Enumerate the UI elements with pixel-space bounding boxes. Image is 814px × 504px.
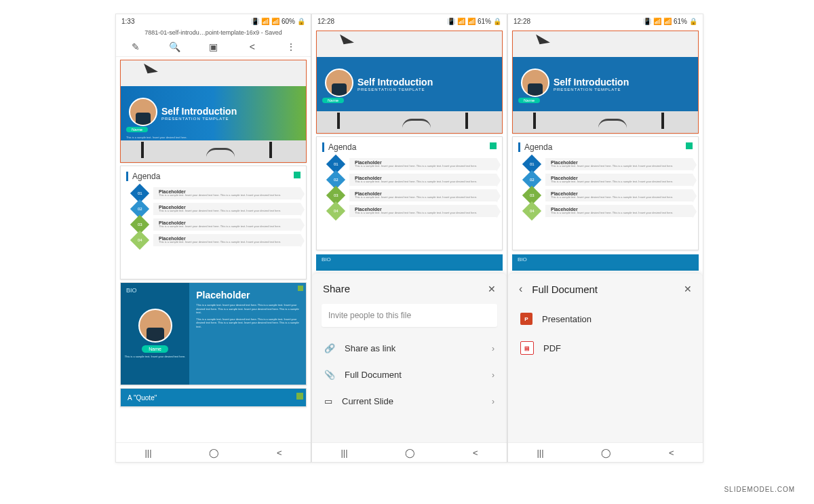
slide-list[interactable]: Self Introduction PRESENTATION TEMPLATE … — [116, 57, 311, 440]
edit-icon[interactable]: ✎ — [130, 41, 142, 53]
powerpoint-icon: P — [520, 313, 532, 325]
search-icon[interactable]: 🔍 — [168, 41, 180, 53]
current-slide[interactable]: ▭ Current Slide › — [312, 388, 507, 414]
export-presentation[interactable]: P Presentation — [508, 305, 703, 333]
close-icon[interactable]: ✕ — [488, 284, 496, 294]
slide-icon: ▭ — [324, 396, 332, 406]
slide-title[interactable]: Self Introduction PRESENTATION TEMPLATE … — [512, 31, 699, 134]
slide-bio[interactable]: BIO Name This is a sample text. Insert y… — [120, 282, 307, 385]
slide-title-text: Self Introduction — [161, 106, 237, 117]
document-title: 7881-01-self-introdu…point-template-16x9… — [116, 28, 311, 37]
slide-bio-partial[interactable]: BIO — [512, 254, 699, 271]
slide-subtitle: PRESENTATION TEMPLATE — [161, 117, 237, 121]
nav-recent-icon[interactable]: ||| — [144, 448, 151, 458]
toolbar: ✎ 🔍 ▣ < ⋮ — [116, 37, 311, 57]
pdf-icon: ▤ — [520, 341, 534, 355]
slide-agenda[interactable]: Agenda 01PlaceholderThis is a sample tex… — [316, 136, 503, 250]
chevron-right-icon: › — [492, 397, 495, 406]
invite-input[interactable]: Invite people to this file — [322, 304, 497, 327]
status-bar: 12:28 📳 📶 📶 61%🔒 — [508, 14, 703, 28]
chevron-right-icon: › — [492, 344, 495, 353]
link-icon: 🔗 — [324, 343, 335, 353]
nav-back-icon[interactable]: < — [473, 448, 478, 458]
attachment-icon: 📎 — [324, 370, 335, 380]
bio-avatar — [138, 309, 172, 343]
present-icon[interactable]: ▣ — [207, 41, 219, 53]
nav-back-icon[interactable]: < — [277, 448, 282, 458]
status-icons: 📳 📶 📶 61%🔒 — [643, 18, 697, 25]
bio-heading: BIO — [126, 287, 137, 294]
close-icon[interactable]: ✕ — [684, 284, 692, 294]
more-icon[interactable]: ⋮ — [285, 41, 297, 53]
android-navbar: ||| ◯ < — [116, 442, 311, 462]
phone-1: 1:33 📳 📶 📶 60%🔒 7881-01-self-introdu…poi… — [115, 14, 311, 463]
avatar — [129, 98, 157, 126]
android-navbar: ||| ◯ < — [508, 442, 703, 462]
slide-title[interactable]: Self Introduction PRESENTATION TEMPLATE … — [120, 60, 307, 163]
slide-agenda[interactable]: Agenda 01PlaceholderThis is a sample tex… — [120, 166, 307, 279]
slide-title[interactable]: Self Introduction PRESENTATION TEMPLATE … — [316, 31, 503, 134]
export-pdf[interactable]: ▤ PDF — [508, 333, 703, 363]
status-bar: 1:33 📳 📶 📶 60%🔒 — [116, 14, 311, 28]
status-time: 1:33 — [121, 18, 134, 25]
full-document-sheet: ‹ Full Document ✕ P Presentation ▤ PDF — [508, 273, 703, 443]
avatar — [325, 69, 353, 97]
phone-2: 12:28 📳 📶 📶 61%🔒 Self Introduction PRESE… — [311, 14, 507, 463]
fulldoc-title: Full Document — [532, 284, 598, 295]
nav-back-icon[interactable]: < — [669, 448, 674, 458]
watermark: SLIDEMODEL.COM — [724, 486, 795, 493]
bio-name-badge: Name — [142, 345, 168, 353]
share-title: Share — [323, 283, 350, 294]
slide-agenda[interactable]: Agenda 01PlaceholderThis is a sample tex… — [512, 136, 699, 250]
share-as-link[interactable]: 🔗 Share as link › — [312, 335, 507, 362]
back-icon[interactable]: ‹ — [519, 283, 522, 295]
slide-bio-partial[interactable]: BIO — [316, 254, 503, 271]
caption: This is a sample text. Insert your desir… — [126, 136, 187, 140]
nav-recent-icon[interactable]: ||| — [341, 448, 347, 458]
nav-home-icon[interactable]: ◯ — [601, 448, 611, 458]
status-bar: 12:28 📳 📶 📶 61%🔒 — [312, 14, 507, 28]
share-sheet: Share ✕ Invite people to this file 🔗 Sha… — [312, 273, 507, 443]
phone-3: 12:28 📳 📶 📶 61%🔒 Self Introduction PRESE… — [507, 14, 703, 463]
chevron-right-icon: › — [492, 370, 495, 380]
nav-recent-icon[interactable]: ||| — [537, 448, 543, 458]
android-navbar: ||| ◯ < — [312, 442, 507, 462]
bio-caption: This is a sample text. Insert your desir… — [125, 355, 186, 359]
status-time: 12:28 — [513, 18, 530, 25]
bio-title: Placeholder — [196, 290, 299, 301]
nav-home-icon[interactable]: ◯ — [405, 448, 415, 458]
slide-quote[interactable]: A "Quote" — [120, 388, 307, 407]
agenda-heading: Agenda — [126, 172, 301, 181]
status-time: 12:28 — [317, 18, 334, 25]
nav-home-icon[interactable]: ◯ — [209, 448, 219, 458]
share-icon[interactable]: < — [246, 41, 258, 53]
full-document[interactable]: 📎 Full Document › — [312, 362, 507, 388]
name-badge: Name — [126, 127, 148, 132]
status-icons: 📳 📶 📶 60%🔒 — [251, 18, 305, 25]
avatar — [521, 69, 549, 97]
status-icons: 📳 📶 📶 61%🔒 — [447, 18, 501, 25]
